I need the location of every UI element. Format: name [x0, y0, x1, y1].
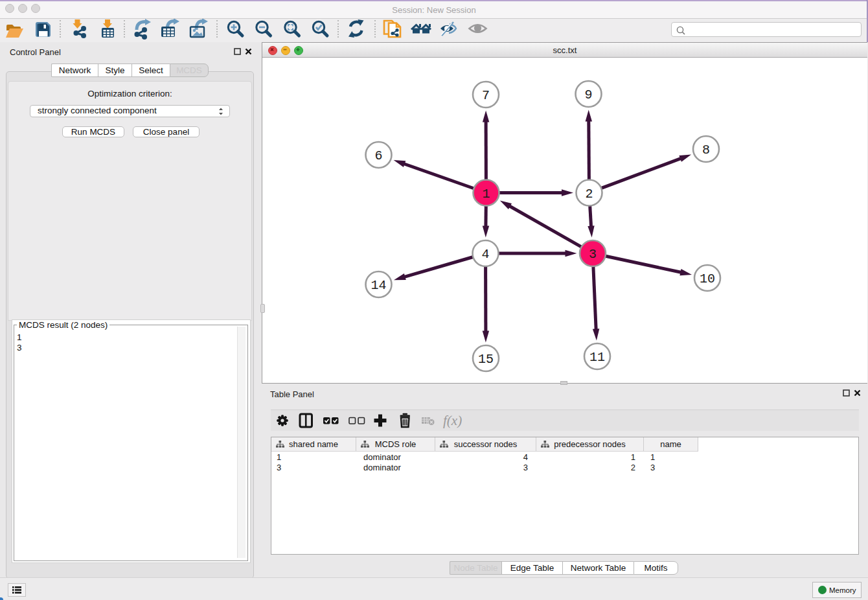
svg-text:4: 4 [481, 247, 489, 262]
svg-text:2: 2 [585, 187, 593, 202]
svg-text:f(x): f(x) [443, 413, 462, 428]
svg-text:15: 15 [478, 352, 494, 367]
svg-text:11: 11 [589, 350, 605, 365]
svg-text:14: 14 [371, 278, 386, 293]
svg-text:3: 3 [589, 247, 597, 262]
svg-text:9: 9 [584, 87, 592, 102]
svg-text:6: 6 [374, 148, 382, 163]
svg-text:10: 10 [700, 271, 715, 286]
svg-text:1: 1 [482, 187, 490, 202]
svg-text:7: 7 [482, 88, 490, 103]
svg-text:8: 8 [702, 143, 710, 157]
